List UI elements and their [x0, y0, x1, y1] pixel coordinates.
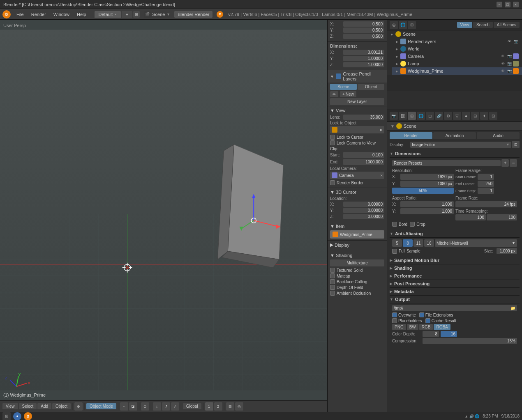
tree-tab-view[interactable]: View: [457, 22, 473, 28]
cache-result-checkbox[interactable]: [425, 318, 430, 323]
prop-icon-modifiers[interactable]: ⚙: [444, 112, 452, 120]
renderlayer-render-btn[interactable]: 📷: [513, 39, 519, 44]
dim-y-value[interactable]: 1.00000: [343, 56, 384, 61]
prop-icon-data[interactable]: ▽: [453, 112, 461, 120]
tree-icon-2[interactable]: 🌐: [399, 21, 407, 29]
motion-blur-coll-header[interactable]: ▶ Sampled Motion Blur: [390, 257, 520, 264]
tree-icon-1[interactable]: ◎: [390, 21, 398, 29]
output-coll-header[interactable]: ▼ Output: [390, 296, 520, 303]
lens-value[interactable]: 35.000: [343, 115, 384, 120]
dim-x-value[interactable]: 3.00121: [343, 50, 384, 55]
camera-extra-btn[interactable]: [513, 53, 519, 59]
wedgimus-render-btn[interactable]: 📷: [506, 68, 512, 74]
backface-culling-checkbox[interactable]: [330, 279, 335, 284]
workspace-tab-add[interactable]: +: [122, 11, 132, 18]
scale-icon[interactable]: ⤢: [171, 402, 179, 411]
gpl-new-btn[interactable]: + New: [340, 91, 356, 97]
lamp-vis-btn[interactable]: 👁: [500, 61, 506, 67]
prop-icon-texture[interactable]: ⊟: [471, 112, 479, 120]
res-y-value[interactable]: 1080 px: [400, 181, 454, 187]
screen-layout-icon[interactable]: ⊞: [133, 11, 140, 18]
item-name-btn[interactable]: Wedgimus_Prime: [330, 230, 384, 239]
post-processing-coll-header[interactable]: ▶ Post Processing: [390, 280, 520, 288]
tree-item-world[interactable]: ● World: [392, 45, 522, 53]
chrome-icon[interactable]: ●: [13, 412, 21, 420]
pivot-icon[interactable]: ⊙: [141, 402, 149, 411]
snap-icon[interactable]: ⊞: [226, 402, 234, 411]
overwrite-checkbox[interactable]: [392, 312, 397, 317]
new-layer-btn[interactable]: New Layer: [330, 98, 384, 105]
bord-checkbox[interactable]: [392, 222, 397, 227]
menu-file[interactable]: File: [13, 11, 27, 18]
performance-coll-header[interactable]: ▶ Performance: [390, 272, 520, 280]
preset-remove-btn[interactable]: −: [510, 159, 517, 167]
format-rgba-btn[interactable]: RGBA: [434, 324, 450, 330]
prop-icon-scene[interactable]: ⊞: [408, 112, 416, 120]
multitexture-btn[interactable]: Multitexture: [330, 259, 384, 266]
add-menu-btn[interactable]: Add: [37, 403, 51, 409]
full-sample-checkbox[interactable]: [392, 249, 397, 254]
prop-icon-render[interactable]: 🖼: [399, 112, 407, 120]
layer-2[interactable]: 2: [214, 402, 222, 411]
gpl-pencil-icon[interactable]: ✏: [330, 91, 338, 97]
color-depth-8[interactable]: 8: [423, 331, 439, 337]
prop-icon-material[interactable]: ●: [462, 112, 470, 120]
frame-end-value[interactable]: 250: [478, 181, 494, 187]
frame-step-value[interactable]: 1: [478, 188, 494, 194]
frame-rate-value[interactable]: 24 fps: [455, 201, 517, 207]
format-rgb-btn[interactable]: RGB: [419, 324, 433, 330]
lamp-extra-btn[interactable]: [513, 61, 519, 67]
prop-icon-constraints[interactable]: 🔗: [435, 112, 443, 120]
lock-to-object-field[interactable]: ▶: [330, 126, 384, 133]
object-menu-btn[interactable]: Object: [52, 403, 71, 409]
shading-coll-header[interactable]: ▶ Shading: [390, 264, 520, 272]
cursor-z-value[interactable]: 0.00000: [343, 214, 384, 219]
aa-coll-header[interactable]: ▼ Anti-Aliasing: [390, 230, 520, 238]
maximize-button[interactable]: □: [505, 2, 510, 7]
cursor-icon[interactable]: ⊕: [74, 402, 83, 411]
clip-end-value[interactable]: 1000.000: [343, 159, 384, 165]
aspect-x-value[interactable]: 1.000: [400, 201, 454, 207]
tree-tab-search[interactable]: Search: [473, 22, 493, 28]
res-x-value[interactable]: 1920 px: [400, 174, 454, 180]
wedgimus-extra-btn[interactable]: [513, 68, 519, 74]
menu-render[interactable]: Render: [28, 11, 49, 18]
manipulator-icon[interactable]: ↕: [153, 402, 161, 411]
blender-taskbar-icon[interactable]: B: [24, 412, 32, 420]
tab-render[interactable]: Render: [390, 132, 432, 139]
tree-icon-3[interactable]: ⊞: [408, 21, 416, 29]
placeholders-checkbox[interactable]: [392, 318, 397, 323]
workspace-tab-close[interactable]: ×: [114, 12, 116, 16]
render-border-checkbox[interactable]: [330, 180, 335, 185]
menu-window[interactable]: Window: [50, 11, 73, 18]
proportional-icon[interactable]: ◎: [235, 402, 243, 411]
lock-camera-checkbox[interactable]: [330, 140, 335, 145]
gpl-checkbox-icon[interactable]: [336, 73, 341, 79]
viewport-shading-2[interactable]: ◪: [129, 402, 137, 411]
scale-y-value[interactable]: 0.500: [343, 28, 384, 33]
crop-checkbox[interactable]: [410, 222, 415, 227]
cursor-y-value[interactable]: 0.00000: [343, 208, 384, 213]
depth-of-field-checkbox[interactable]: [330, 285, 335, 290]
camera-render-btn[interactable]: 📷: [506, 53, 512, 59]
time-remap-old[interactable]: 100: [455, 214, 486, 220]
dimensions-coll-header[interactable]: ▼ Dimensions: [390, 150, 520, 158]
aa-11[interactable]: 11: [413, 239, 423, 247]
mode-selector[interactable]: Object Mode: [86, 403, 116, 409]
scale-z-value[interactable]: 0.500: [343, 34, 384, 39]
camera-vis-btn[interactable]: 👁: [500, 53, 506, 59]
renderlayer-vis-btn[interactable]: 👁: [506, 39, 512, 44]
aa-filter-select[interactable]: Mitchell-Netravali ▼: [435, 239, 517, 247]
view-menu-btn[interactable]: View: [2, 403, 18, 409]
minimize-button[interactable]: −: [497, 2, 502, 7]
cursor-x-value[interactable]: 0.00000: [343, 202, 384, 207]
matcap-checkbox[interactable]: [330, 273, 335, 278]
workspace-tab-default[interactable]: Default ×: [95, 11, 121, 18]
output-path-browse-btn[interactable]: 📁: [510, 306, 515, 310]
layer-1[interactable]: 1: [205, 402, 213, 411]
frame-start-value[interactable]: 1: [478, 174, 494, 180]
aspect-y-value[interactable]: 1.000: [400, 208, 454, 214]
global-local-btn[interactable]: Global: [183, 403, 201, 409]
gpl-tab-object[interactable]: Object: [358, 84, 384, 90]
prop-icon-object[interactable]: ◻: [426, 112, 434, 120]
